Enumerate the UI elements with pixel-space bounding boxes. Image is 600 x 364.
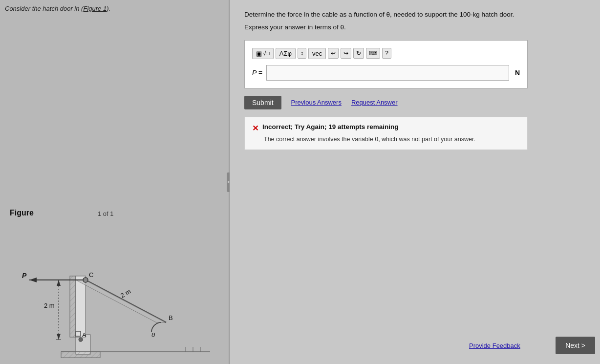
toolbar: ▣ √□ ΑΣφ ↕ vec ↩ ↪ ↻ bbox=[252, 48, 520, 59]
next-button[interactable]: Next > bbox=[556, 337, 595, 354]
provide-feedback-button[interactable]: Provide Feedback bbox=[469, 342, 520, 349]
svg-rect-3 bbox=[76, 276, 86, 337]
svg-rect-2 bbox=[61, 352, 100, 358]
submit-row: Submit Previous Answers Request Answer bbox=[244, 96, 585, 109]
problem-title: Consider the hatch door in (Figure 1). bbox=[5, 5, 224, 12]
question-line1: Determine the force in the cable as a fu… bbox=[244, 10, 585, 20]
svg-text:2 m: 2 m bbox=[44, 302, 55, 309]
figure-diagram: P C B A θ 2 m 2 m bbox=[0, 227, 230, 364]
incorrect-icon: ✕ bbox=[252, 124, 258, 133]
question-line2: Express your answer in terms of θ. bbox=[244, 22, 585, 32]
svg-text:C: C bbox=[89, 271, 93, 278]
svg-marker-8 bbox=[29, 278, 37, 282]
figure-ref: Figure 1 bbox=[83, 5, 107, 12]
figure-counter: 1 of 1 bbox=[98, 210, 114, 217]
matrix-icon: ▣ bbox=[256, 50, 262, 57]
answer-input[interactable] bbox=[266, 65, 509, 81]
feedback-title: Incorrect; Try Again; 19 attempts remain… bbox=[262, 123, 399, 130]
right-panel: Determine the force in the cable as a fu… bbox=[230, 0, 600, 364]
p-label: P = bbox=[252, 69, 262, 77]
svg-rect-4 bbox=[70, 276, 76, 337]
arrows-icon: ↕ bbox=[300, 50, 303, 57]
svg-text:P: P bbox=[22, 272, 27, 279]
left-panel: Consider the hatch door in (Figure 1). F… bbox=[0, 0, 230, 364]
svg-text:A: A bbox=[82, 331, 86, 339]
svg-text:θ: θ bbox=[151, 331, 155, 339]
request-answer-button[interactable]: Request Answer bbox=[351, 99, 398, 106]
svg-point-27 bbox=[79, 338, 83, 342]
figure-label: Figure bbox=[10, 209, 34, 217]
keyboard-icon: ⌨ bbox=[369, 50, 377, 57]
input-row: P = N bbox=[252, 65, 520, 81]
feedback-header: ✕ Incorrect; Try Again; 19 attempts rema… bbox=[252, 123, 520, 133]
refresh-icon: ↻ bbox=[356, 50, 361, 57]
bottom-bar: Provide Feedback Next > bbox=[469, 337, 595, 354]
alpha-label: ΑΣφ bbox=[279, 50, 292, 57]
refresh-button[interactable]: ↻ bbox=[353, 48, 364, 59]
svg-marker-21 bbox=[57, 334, 61, 340]
vec-button[interactable]: vec bbox=[308, 48, 326, 59]
sqrt-icon: √□ bbox=[263, 50, 270, 57]
feedback-body: The correct answer involves the variable… bbox=[264, 135, 520, 144]
undo-icon: ↩ bbox=[331, 50, 336, 57]
keyboard-button[interactable]: ⌨ bbox=[366, 48, 380, 59]
redo-icon: ↪ bbox=[343, 50, 348, 57]
help-icon: ? bbox=[385, 50, 388, 57]
redo-button[interactable]: ↪ bbox=[341, 48, 351, 59]
undo-button[interactable]: ↩ bbox=[328, 48, 339, 59]
submit-button[interactable]: Submit bbox=[244, 96, 281, 109]
svg-text:B: B bbox=[169, 314, 173, 321]
svg-text:2 m: 2 m bbox=[119, 288, 132, 300]
feedback-box: ✕ Incorrect; Try Again; 19 attempts rema… bbox=[244, 117, 528, 150]
help-button[interactable]: ? bbox=[382, 48, 391, 59]
previous-answers-button[interactable]: Previous Answers bbox=[291, 99, 342, 106]
alpha-button[interactable]: ΑΣφ bbox=[276, 48, 296, 59]
unit-label: N bbox=[515, 69, 520, 77]
svg-marker-6 bbox=[76, 280, 166, 322]
svg-marker-20 bbox=[57, 280, 61, 286]
main-container: Consider the hatch door in (Figure 1). F… bbox=[0, 0, 600, 364]
svg-point-11 bbox=[83, 278, 88, 282]
vec-label: vec bbox=[312, 50, 322, 57]
matrix-button[interactable]: ▣ √□ bbox=[252, 48, 274, 59]
arrows-button[interactable]: ↕ bbox=[298, 48, 306, 59]
diagram-area: P C B A θ 2 m 2 m bbox=[0, 227, 230, 364]
answer-box: ▣ √□ ΑΣφ ↕ vec ↩ ↪ ↻ bbox=[244, 40, 528, 88]
